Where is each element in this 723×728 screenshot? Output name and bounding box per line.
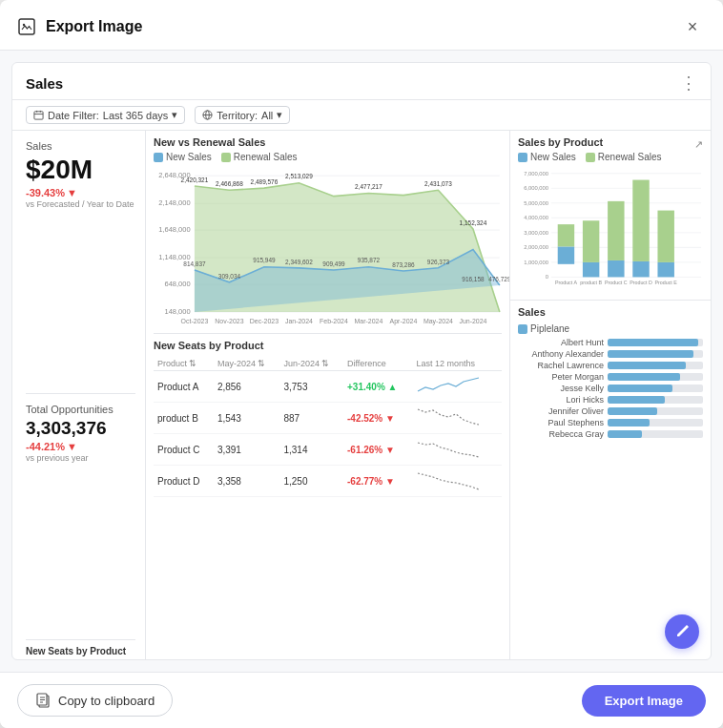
dashboard-wrapper: Sales ⋮ Date Filter: Last 365 days ▾ Ter… <box>11 62 712 660</box>
svg-text:1,152,324: 1,152,324 <box>460 219 487 226</box>
bar-fill-0 <box>608 339 698 346</box>
cell-jun-a: 3,753 <box>279 371 343 403</box>
bar-track-0 <box>608 339 703 346</box>
sales-kpi-sub: vs Forecasted / Year to Date <box>26 199 135 209</box>
bar-name-2: Rachel Lawrence <box>518 361 604 370</box>
table-title-center: New Seats by Product <box>154 340 502 351</box>
cell-diff-c: -61.26% ▼ <box>343 434 412 466</box>
cell-chart-d <box>412 466 502 497</box>
bar-fill-5 <box>608 396 665 404</box>
dashboard-title: Sales <box>26 75 63 92</box>
opps-kpi-value: 3,303,376 <box>26 419 135 439</box>
bar-track-6 <box>608 407 703 415</box>
svg-text:Dec-2023: Dec-2023 <box>250 318 279 324</box>
bar-renewal-c <box>608 201 624 260</box>
svg-text:2,477,217: 2,477,217 <box>355 183 382 190</box>
table-row: Product D 3,358 1,250 -62.77% ▼ <box>154 466 502 497</box>
svg-text:Product A: Product A <box>555 280 578 285</box>
date-filter-value: Last 365 days <box>103 110 169 121</box>
export-image-button[interactable]: Export Image <box>582 685 706 717</box>
svg-rect-0 <box>19 19 34 34</box>
cell-jun-c: 1,314 <box>279 434 343 466</box>
col-may: May-2024 ⇅ <box>214 357 280 371</box>
territory-filter-value: All <box>261 110 273 121</box>
dashboard-menu-icon[interactable]: ⋮ <box>680 73 697 94</box>
right-panel: Sales by Product ↗ New Sales Renewal Sal… <box>510 131 711 660</box>
clipboard-label: Copy to clipboard <box>58 694 155 708</box>
bar-chart-svg: 7,000,000 6,000,000 5,000,000 4,000,000 … <box>518 166 703 290</box>
modal-header: Export Image × <box>0 0 723 51</box>
bar-row-8: Rebecca Gray <box>518 429 703 439</box>
area-chart-title: New vs Renewal Sales <box>154 136 502 148</box>
bar-track-8 <box>608 430 703 438</box>
bar-new-c <box>608 260 624 277</box>
bar-name-6: Jennifer Oliver <box>518 406 604 416</box>
bar-track-5 <box>608 396 703 404</box>
expand-icon[interactable]: ↗ <box>694 138 703 151</box>
svg-text:Product C: Product C <box>605 280 628 285</box>
sales-change-value: -39.43% <box>26 187 65 198</box>
legend-label-renewal: Renewal Sales <box>234 152 298 162</box>
pipeline-label: Piplelane <box>530 323 569 334</box>
svg-text:648,000: 648,000 <box>165 280 191 288</box>
close-button[interactable]: × <box>679 13 706 40</box>
table-row: product B 1,543 887 -42.52% ▼ <box>154 403 502 434</box>
bar-legend-renewal: Renewal Sales <box>586 152 662 162</box>
cell-product-b: product B <box>154 403 214 434</box>
area-chart-svg: 2,648,000 2,148,000 1,648,000 1,148,000 … <box>154 166 502 333</box>
bar-row-0: Albert Hunt <box>518 338 703 347</box>
pencil-icon <box>674 624 690 639</box>
cell-may-c: 3,391 <box>214 434 280 466</box>
legend-dot-new <box>154 153 163 162</box>
svg-text:6,000,000: 6,000,000 <box>524 185 548 191</box>
cell-product-d: Product D <box>154 466 214 497</box>
copy-to-clipboard-button[interactable]: Copy to clipboard <box>17 684 173 717</box>
svg-text:148,000: 148,000 <box>165 307 191 316</box>
opps-kpi-change: -44.21% ▼ <box>26 441 135 452</box>
cell-diff-b: -42.52% ▼ <box>343 403 412 434</box>
date-filter-button[interactable]: Date Filter: Last 365 days ▾ <box>26 106 185 124</box>
dashboard-header: Sales ⋮ <box>12 63 711 100</box>
legend-dot-renewal <box>221 153 231 162</box>
bar-new-b <box>583 262 599 278</box>
svg-text:May-2024: May-2024 <box>423 318 453 325</box>
horiz-legend-pipeline: Piplelane <box>518 323 569 334</box>
horiz-bar-title: Sales <box>518 306 703 318</box>
svg-text:2,513,029: 2,513,029 <box>285 173 313 179</box>
modal-content: Sales ⋮ Date Filter: Last 365 days ▾ Ter… <box>0 51 723 672</box>
svg-text:Jan-2024: Jan-2024 <box>285 318 313 324</box>
table-row: Product C 3,391 1,314 -61.26% ▼ <box>154 434 502 466</box>
cell-diff-a: +31.40% ▲ <box>343 371 412 403</box>
bar-fill-7 <box>608 419 650 426</box>
svg-text:1,000,000: 1,000,000 <box>524 260 548 265</box>
cell-diff-d: -62.77% ▼ <box>343 466 412 497</box>
kpi-panel: Sales $20M -39.43% ▼ vs Forecasted / Yea… <box>12 131 146 660</box>
bar-legend-dot-new <box>518 153 527 162</box>
sales-change-arrow: ▼ <box>67 187 77 198</box>
bar-track-2 <box>608 362 703 369</box>
bar-renewal-d <box>632 180 649 261</box>
bar-name-8: Rebecca Gray <box>518 429 604 439</box>
svg-text:814,837: 814,837 <box>183 260 206 267</box>
col-jun: Jun-2024 ⇅ <box>279 357 343 371</box>
cell-product-a: Product A <box>154 371 214 403</box>
svg-text:product B: product B <box>580 280 602 285</box>
bar-legend-label-renewal: Renewal Sales <box>598 152 662 162</box>
fab-edit-button[interactable] <box>665 614 699 649</box>
territory-filter-button[interactable]: Territory: All ▾ <box>195 106 290 124</box>
table-row: Product A 2,856 3,753 +31.40% ▲ <box>154 371 502 403</box>
seats-table: Product ⇅ May-2024 ⇅ Jun-2024 ⇅ Differen… <box>154 357 502 497</box>
modal-title-group: Export Image <box>17 17 142 36</box>
bar-legend-dot-renewal <box>586 153 595 162</box>
svg-text:309,034: 309,034 <box>218 273 241 280</box>
bar-row-6: Jennifer Oliver <box>518 406 703 416</box>
export-image-icon <box>17 17 36 36</box>
svg-text:926,373: 926,373 <box>427 259 450 265</box>
pipeline-dot <box>518 324 527 334</box>
area-chart-panel: New vs Renewal Sales New Sales Renewal S… <box>146 131 510 660</box>
svg-text:Apr-2024: Apr-2024 <box>390 318 418 325</box>
bar-row-3: Peter Morgan <box>518 372 703 382</box>
svg-text:Product D: Product D <box>630 280 652 285</box>
area-chart-legend: New Sales Renewal Sales <box>154 152 502 162</box>
bar-fill-4 <box>608 385 672 392</box>
